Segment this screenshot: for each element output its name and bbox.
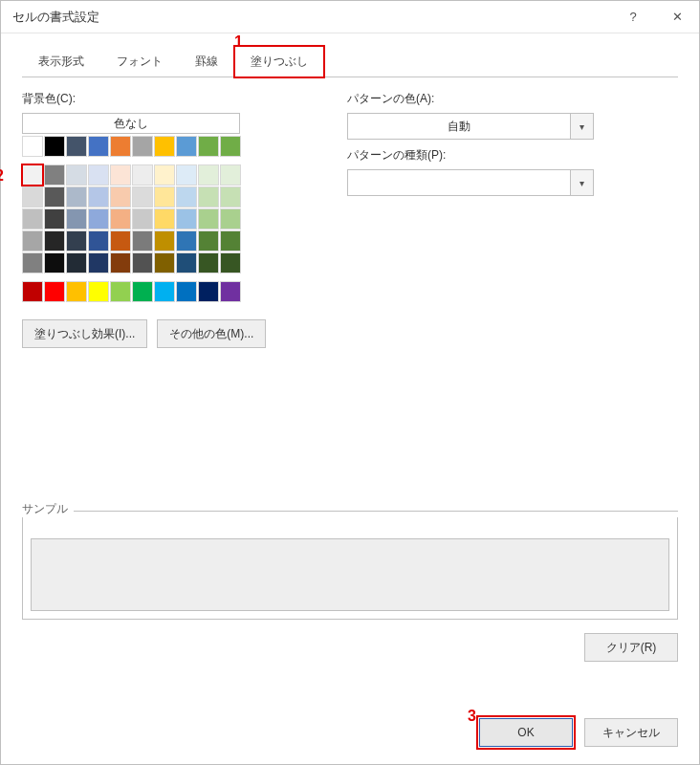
color-swatch[interactable] <box>110 164 131 186</box>
close-icon: ✕ <box>672 10 683 24</box>
dialog-content: 1 表示形式 フォント 罫線 塗りつぶし 2 背景色(C): 色なし 塗りつぶし… <box>1 33 699 705</box>
color-swatch[interactable] <box>220 164 241 186</box>
no-color-button[interactable]: 色なし <box>22 113 240 134</box>
color-swatch[interactable] <box>220 281 241 302</box>
color-swatch[interactable] <box>132 252 153 273</box>
color-swatch[interactable] <box>198 164 219 186</box>
color-swatch[interactable] <box>88 136 109 157</box>
color-swatch[interactable] <box>176 136 197 157</box>
color-swatch[interactable] <box>110 252 131 273</box>
color-swatch[interactable] <box>66 208 87 230</box>
color-swatch[interactable] <box>154 136 175 157</box>
cancel-button[interactable]: キャンセル <box>584 718 678 747</box>
window-title: セルの書式設定 <box>12 9 611 26</box>
color-swatch[interactable] <box>44 164 65 186</box>
color-swatch[interactable] <box>44 208 65 230</box>
color-swatch[interactable] <box>154 230 175 251</box>
color-swatch[interactable] <box>88 208 109 230</box>
close-button[interactable]: ✕ <box>655 1 699 33</box>
color-swatch[interactable] <box>154 208 175 230</box>
color-swatch[interactable] <box>176 186 197 208</box>
color-swatch[interactable] <box>198 136 219 157</box>
pattern-color-combo[interactable]: 自動 ▾ <box>347 113 594 140</box>
color-swatch[interactable] <box>22 230 43 251</box>
tab-fill[interactable]: 塗りつぶし <box>234 46 324 77</box>
color-swatch[interactable] <box>132 208 153 230</box>
color-swatch[interactable] <box>198 252 219 273</box>
color-swatch[interactable] <box>22 136 43 157</box>
color-swatch[interactable] <box>154 164 175 186</box>
color-swatch[interactable] <box>66 230 87 251</box>
color-swatch[interactable] <box>22 208 43 230</box>
chevron-down-icon: ▾ <box>570 114 593 139</box>
color-swatch[interactable] <box>110 208 131 230</box>
color-swatch[interactable] <box>88 281 109 302</box>
color-swatch[interactable] <box>154 252 175 273</box>
theme-colors-row <box>22 136 347 157</box>
ok-button[interactable]: OK <box>479 718 573 747</box>
color-swatch[interactable] <box>132 230 153 251</box>
format-cells-dialog: セルの書式設定 ? ✕ 1 表示形式 フォント 罫線 塗りつぶし 2 背景色(C… <box>0 0 700 765</box>
color-swatch[interactable] <box>110 281 131 302</box>
more-colors-button[interactable]: その他の色(M)... <box>157 319 266 348</box>
color-swatch[interactable] <box>44 281 65 302</box>
color-swatch[interactable] <box>22 252 43 273</box>
color-swatch[interactable] <box>198 230 219 251</box>
color-swatch[interactable] <box>220 208 241 230</box>
fill-panel: 背景色(C): 色なし 塗りつぶし効果(I)... その他の色(M)... パタ… <box>22 85 678 348</box>
color-swatch[interactable] <box>88 164 109 186</box>
color-swatch[interactable] <box>110 136 131 157</box>
color-swatch[interactable] <box>198 208 219 230</box>
color-swatch[interactable] <box>176 164 197 186</box>
color-swatch[interactable] <box>110 186 131 208</box>
sample-group: サンプル <box>22 501 678 620</box>
background-color-label: 背景色(C): <box>22 91 347 107</box>
color-swatch[interactable] <box>220 186 241 208</box>
tab-border[interactable]: 罫線 <box>179 46 234 77</box>
fill-effects-button[interactable]: 塗りつぶし効果(I)... <box>22 319 147 348</box>
color-swatch[interactable] <box>110 230 131 251</box>
color-swatch[interactable] <box>66 164 87 186</box>
color-swatch[interactable] <box>132 164 153 186</box>
help-button[interactable]: ? <box>611 1 655 33</box>
color-swatch[interactable] <box>44 136 65 157</box>
color-swatch[interactable] <box>88 230 109 251</box>
standard-colors-row <box>22 281 347 302</box>
color-swatch[interactable] <box>132 136 153 157</box>
color-swatch[interactable] <box>154 186 175 208</box>
color-swatch[interactable] <box>154 281 175 302</box>
dialog-footer: OK キャンセル <box>1 705 699 764</box>
color-swatch[interactable] <box>132 281 153 302</box>
chevron-down-icon: ▾ <box>570 170 593 195</box>
tab-display-format[interactable]: 表示形式 <box>22 46 100 77</box>
color-swatch[interactable] <box>132 186 153 208</box>
color-swatch[interactable] <box>22 186 43 208</box>
sample-label: サンプル <box>22 501 74 517</box>
color-swatch[interactable] <box>44 230 65 251</box>
annotation-2: 2 <box>0 167 4 185</box>
tab-strip: 表示形式 フォント 罫線 塗りつぶし <box>22 45 678 77</box>
tab-font[interactable]: フォント <box>100 46 179 77</box>
color-swatch[interactable] <box>220 252 241 273</box>
sample-preview <box>31 538 669 611</box>
color-swatch[interactable] <box>66 252 87 273</box>
color-swatch[interactable] <box>198 281 219 302</box>
color-swatch[interactable] <box>22 281 43 302</box>
color-swatch[interactable] <box>176 208 197 230</box>
color-swatch[interactable] <box>66 186 87 208</box>
color-swatch[interactable] <box>44 252 65 273</box>
color-swatch[interactable] <box>176 252 197 273</box>
color-swatch[interactable] <box>220 230 241 251</box>
pattern-type-combo[interactable]: ▾ <box>347 169 594 196</box>
color-swatch[interactable] <box>198 186 219 208</box>
color-swatch[interactable] <box>176 281 197 302</box>
clear-button[interactable]: クリア(R) <box>584 633 678 662</box>
color-swatch[interactable] <box>88 252 109 273</box>
color-swatch[interactable] <box>220 136 241 157</box>
color-swatch[interactable] <box>66 281 87 302</box>
color-swatch[interactable] <box>22 164 43 186</box>
color-swatch[interactable] <box>44 186 65 208</box>
color-swatch[interactable] <box>176 230 197 251</box>
color-swatch[interactable] <box>88 186 109 208</box>
color-swatch[interactable] <box>66 136 87 157</box>
